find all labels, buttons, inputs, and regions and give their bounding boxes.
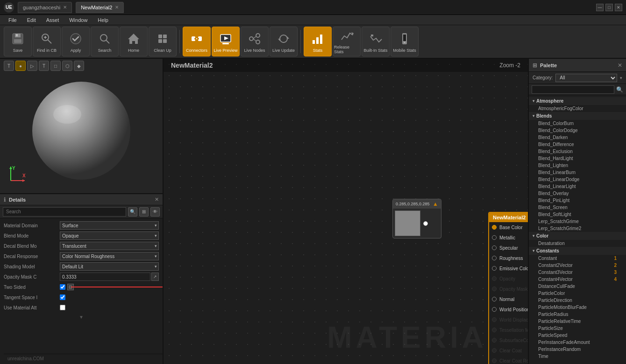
tangent-space-checkbox[interactable] xyxy=(60,294,65,300)
mobile-stats-button[interactable]: Mobile Stats xyxy=(391,27,419,56)
shading-model-select[interactable]: Default Lit Unlit Subsurface xyxy=(60,262,159,271)
palette-item-blend-screen[interactable]: Blend_Screen xyxy=(529,204,626,211)
palette-item-desaturation[interactable]: Desaturation xyxy=(529,240,626,247)
tab-newmaterial2[interactable]: NewMaterial2 ✕ xyxy=(76,2,124,13)
clean-up-button[interactable]: Clean Up xyxy=(149,27,177,56)
two-sided-checkbox[interactable] xyxy=(60,284,65,290)
palette-item-blend-lineardodge[interactable]: Blend_LinearDodge xyxy=(529,176,626,183)
palette-item-blend-colorburn[interactable]: Blend_ColorBurn xyxy=(529,120,626,127)
search-button[interactable]: Search xyxy=(91,27,119,56)
live-update-button[interactable]: Live Update xyxy=(270,27,298,56)
pin-row-emissive: Emissive Color xyxy=(489,263,528,273)
find-in-cb-button[interactable]: Find in CB xyxy=(33,27,61,56)
palette-item-blend-colordodge[interactable]: Blend_ColorDodge xyxy=(529,127,626,134)
palette-item-particlerelativetime[interactable]: ParticleRelativeTime xyxy=(529,318,626,325)
palette-item-constant4vector[interactable]: Constant4Vector 4 xyxy=(529,276,626,283)
decal-response-select[interactable]: Color Normal Roughness None Color xyxy=(60,252,159,260)
palette-item-blend-linearburn[interactable]: Blend_LinearBurn xyxy=(529,169,626,176)
details-options-button[interactable]: 👁 xyxy=(150,207,160,217)
canvas-area[interactable]: NewMaterial2 Zoom -2 MATERIAL 0.285,0.28… xyxy=(164,59,528,364)
palette-item-particleradius[interactable]: ParticleRadius xyxy=(529,311,626,318)
tab-close-0[interactable]: ✕ xyxy=(63,5,67,10)
svg-rect-3 xyxy=(16,34,18,36)
maximize-button[interactable]: □ xyxy=(605,4,613,11)
details-close-button[interactable]: ✕ xyxy=(155,196,159,203)
palette-item-distancecullfade[interactable]: DistanceCullFade xyxy=(529,283,626,290)
palette-item-constant2vector[interactable]: Constant2Vector 2 xyxy=(529,262,626,269)
palette-item-constant[interactable]: Constant 1 xyxy=(529,255,626,262)
palette-item-perinstancerandom[interactable]: PerInstanceRandom xyxy=(529,346,626,353)
material-domain-select[interactable]: Surface Deferred Decal Light Function xyxy=(60,221,159,230)
palette-category-blends[interactable]: ▾ Blends xyxy=(529,112,626,120)
palette-category-color[interactable]: ▾ Color xyxy=(529,232,626,240)
palette-item-blend-overlay[interactable]: Blend_Overlay xyxy=(529,190,626,197)
vp-btn-t2[interactable]: T xyxy=(39,61,49,71)
tab-guangzhaoceshi[interactable]: guangzhaoceshi ✕ xyxy=(18,2,72,13)
release-stats-button[interactable]: Release Stats xyxy=(333,27,361,56)
stats-button[interactable]: Stats xyxy=(304,27,332,56)
apply-button[interactable]: Apply xyxy=(62,27,90,56)
palette-close-button[interactable]: ✕ xyxy=(618,62,622,69)
menu-asset[interactable]: Asset xyxy=(42,16,64,24)
palette-item-blend-hardlight[interactable]: Blend_HardLight xyxy=(529,155,626,162)
save-button[interactable]: Save xyxy=(4,27,32,56)
svg-marker-11 xyxy=(128,34,139,44)
palette-item-particlemotionblurfade[interactable]: ParticleMotionBlurFade xyxy=(529,304,626,311)
palette-item-particlespeed[interactable]: ParticleSpeed xyxy=(529,332,626,339)
palette-item-particlesize[interactable]: ParticleSize xyxy=(529,325,626,332)
details-search-icon[interactable]: 🔍 xyxy=(128,207,137,217)
palette-category-atmosphere[interactable]: ▾ Atmosphere xyxy=(529,97,626,105)
palette-item-blend-lighten[interactable]: Blend_Lighten xyxy=(529,162,626,169)
palette-item-blend-darken[interactable]: Blend_Darken xyxy=(529,134,626,141)
palette-item-perinstancefadeamount[interactable]: PerInstanceFadeAmount xyxy=(529,339,626,346)
home-button[interactable]: Home xyxy=(120,27,148,56)
decal-blend-mode-select[interactable]: Translucent Stain Normal xyxy=(60,242,159,250)
vp-btn-square[interactable]: □ xyxy=(50,61,61,71)
opacity-mask-input[interactable] xyxy=(60,273,150,281)
live-nodes-button[interactable]: Live Nodes xyxy=(241,27,269,56)
palette-item-particledirection[interactable]: ParticleDirection xyxy=(529,297,626,304)
palette-category-constants[interactable]: ▾ Constants xyxy=(529,247,626,255)
vp-btn-t1[interactable]: T xyxy=(4,61,14,71)
palette-item-blend-difference[interactable]: Blend_Difference xyxy=(529,141,626,148)
details-grid-view-button[interactable]: ⊞ xyxy=(139,207,149,217)
minimize-button[interactable]: — xyxy=(596,4,604,11)
palette-search-bar: 🔍 xyxy=(529,84,626,95)
live-preview-button[interactable]: Live Preview xyxy=(212,27,240,56)
menu-edit[interactable]: Edit xyxy=(22,16,41,24)
material-node[interactable]: NewMaterial2 Base Color Metallic Specula… xyxy=(488,212,528,364)
palette-item-particlecolor[interactable]: ParticleColor xyxy=(529,290,626,297)
menu-window[interactable]: Window xyxy=(64,16,92,24)
blend-mode-select[interactable]: Opaque Masked Translucent xyxy=(60,231,159,240)
use-material-att-checkbox[interactable] xyxy=(60,305,65,310)
constant-node[interactable]: 0.285,0.285,0.285 ▲ xyxy=(392,199,441,238)
palette-item-blend-linearlight[interactable]: Blend_LinearLight xyxy=(529,183,626,190)
palette-item-lerp-scratchgrime2[interactable]: Lerp_ScratchGrime2 xyxy=(529,225,626,232)
menu-file[interactable]: File xyxy=(4,16,21,24)
vp-btn-arrow[interactable]: ▷ xyxy=(27,61,37,71)
palette-category-select[interactable]: All xyxy=(555,74,617,82)
palette-search-input[interactable] xyxy=(532,85,614,94)
pin-label-clear-coat: Clear Coat xyxy=(499,348,522,353)
palette-item-blend-softlight[interactable]: Blend_SoftLight xyxy=(529,211,626,218)
palette-item-blend-exclusion[interactable]: Blend_Exclusion xyxy=(529,148,626,155)
connectors-button[interactable]: Connectors xyxy=(183,27,211,56)
vp-btn-diamond[interactable]: ◆ xyxy=(74,61,84,71)
svg-line-27 xyxy=(253,36,256,39)
opacity-mask-expand-button[interactable]: ↗ xyxy=(151,273,159,281)
constant-node-expand[interactable]: ▲ xyxy=(433,201,438,207)
tab-close-1[interactable]: ✕ xyxy=(115,5,119,10)
vp-btn-sphere[interactable]: ● xyxy=(15,61,26,71)
vp-btn-hex[interactable]: ⬡ xyxy=(62,61,72,71)
built-in-stats-button[interactable]: Built-In Stats xyxy=(362,27,390,56)
blend-mode-label: Blend Mode xyxy=(4,233,60,238)
palette-item-constant3vector[interactable]: Constant3Vector 3 xyxy=(529,269,626,276)
menu-help[interactable]: Help xyxy=(93,16,113,24)
opacity-mask-label: Opacity Mask C xyxy=(4,274,60,280)
palette-item-atmospheric-fog-color[interactable]: AtmosphericFogColor xyxy=(529,105,626,112)
details-search-input[interactable] xyxy=(3,207,126,217)
palette-item-lerp-scratchgrime[interactable]: Lerp_ScratchGrime xyxy=(529,218,626,225)
palette-item-time[interactable]: Time xyxy=(529,353,626,360)
close-window-button[interactable]: ✕ xyxy=(615,4,622,11)
palette-item-blend-pinlight[interactable]: Blend_PinLight xyxy=(529,197,626,204)
